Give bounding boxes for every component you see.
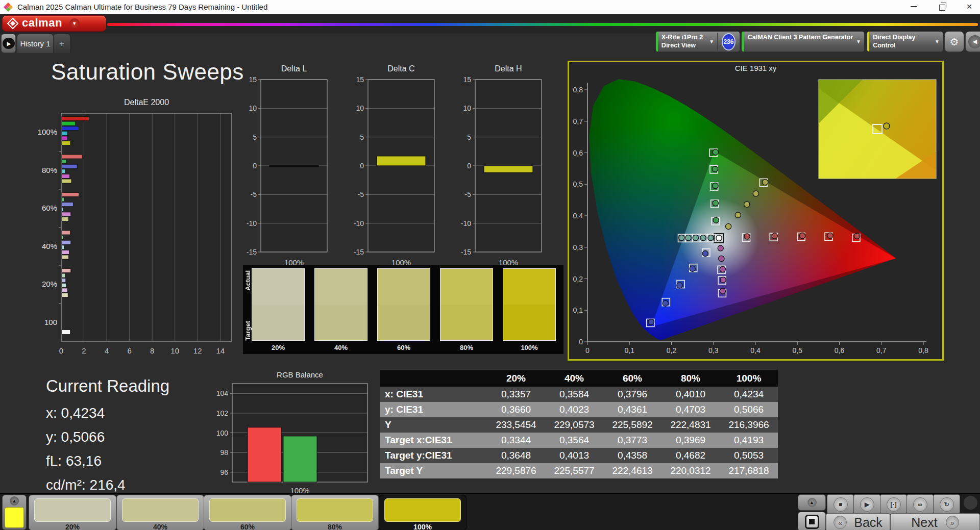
svg-text:14: 14 bbox=[216, 346, 225, 355]
bottom-bar: ▲ 20% 40% 60% 80% 100% ▲ ■▶[·]∞↻ « Back … bbox=[0, 493, 980, 530]
swatch-row-labels: Actual Target bbox=[243, 265, 252, 354]
delta-l-chart-svg: 151050-5-10-15100% bbox=[243, 75, 333, 271]
table-cell: 0,3796 bbox=[603, 387, 662, 402]
delta-c-chart-svg: 151050-5-10-15100% bbox=[351, 75, 440, 271]
saturation-level-button-80%[interactable]: 80% bbox=[291, 495, 379, 530]
level-swatch bbox=[297, 498, 373, 522]
swatch-column: 60% bbox=[377, 268, 430, 354]
svg-text:104: 104 bbox=[216, 389, 229, 397]
svg-text:0,5: 0,5 bbox=[793, 346, 803, 355]
close-button[interactable]: × bbox=[959, 1, 979, 12]
pattern-generator-dropdown[interactable]: CalMAN Client 3 Pattern Generator ▼ bbox=[741, 31, 865, 52]
table-row: Target Y229,5876225,5577222,4613220,0312… bbox=[380, 463, 778, 478]
svg-text:0: 0 bbox=[59, 346, 63, 355]
actual-swatch bbox=[503, 269, 555, 305]
table-cell: 0,3564 bbox=[545, 433, 603, 448]
expand-meter-button[interactable]: ▲ bbox=[798, 494, 826, 511]
single-measure-button[interactable]: [·] bbox=[880, 494, 907, 514]
table-cell: 0,5066 bbox=[720, 402, 778, 417]
delta-h-chart-svg: 151050-5-10-15100% bbox=[458, 75, 547, 271]
svg-text:15: 15 bbox=[356, 75, 364, 84]
svg-text:60%: 60% bbox=[42, 204, 57, 212]
svg-text:12: 12 bbox=[193, 346, 202, 355]
play-icon: ▶ bbox=[860, 497, 874, 512]
svg-text:0: 0 bbox=[579, 338, 583, 346]
tab-nav-button[interactable]: ▶ bbox=[1, 34, 16, 53]
stop-button[interactable]: ■ bbox=[827, 494, 854, 514]
table-cell: 0,4703 bbox=[662, 402, 720, 417]
svg-text:10: 10 bbox=[170, 346, 179, 355]
page-title: Saturation Sweeps bbox=[51, 59, 244, 85]
calman-menu-button[interactable]: calman ▼ bbox=[2, 15, 106, 32]
row-label: Target y:CIE31 bbox=[380, 448, 487, 463]
saturation-level-button-20%[interactable]: 20% bbox=[29, 495, 116, 530]
svg-text:100%: 100% bbox=[290, 486, 309, 494]
table-row: Target y:CIE310,36480,40130,43580,46820,… bbox=[380, 448, 778, 463]
svg-text:0,6: 0,6 bbox=[573, 149, 583, 157]
svg-text:100: 100 bbox=[44, 318, 57, 326]
restore-button[interactable] bbox=[933, 1, 953, 12]
loop-button[interactable]: ↻ bbox=[933, 494, 960, 514]
swatch-label: 40% bbox=[314, 344, 368, 351]
meter-labels: X-Rite i1Pro 2 Direct View bbox=[658, 32, 706, 52]
svg-text:96: 96 bbox=[220, 468, 228, 476]
gear-icon: ⚙ bbox=[950, 36, 959, 48]
row-label: x: CIE31 bbox=[380, 387, 487, 402]
level-label: 60% bbox=[204, 523, 291, 530]
delta-c-chart: Delta C 151050-5-10-15100% bbox=[351, 64, 440, 261]
target-swatch bbox=[315, 305, 367, 340]
swatch-column: 80% bbox=[440, 268, 493, 354]
table-cell: 229,0573 bbox=[545, 417, 603, 433]
next-chevron-icon: » bbox=[946, 516, 959, 529]
meter-count-badge[interactable]: 236 bbox=[722, 33, 736, 51]
display-control-dropdown[interactable]: Direct Display Control ▼ bbox=[867, 31, 943, 52]
svg-text:20%: 20% bbox=[42, 280, 57, 288]
svg-text:0,8: 0,8 bbox=[573, 86, 583, 94]
back-button[interactable]: « Back bbox=[826, 513, 890, 530]
meter-dropdown[interactable]: X-Rite i1Pro 2 Direct View ▼ 236 bbox=[655, 31, 740, 52]
swatch-label: 100% bbox=[503, 344, 556, 351]
swatch-label: 80% bbox=[440, 344, 493, 351]
saturation-level-button-40%[interactable]: 40% bbox=[116, 495, 204, 530]
delta-h-title: Delta H bbox=[475, 64, 542, 73]
column-header: 60% bbox=[603, 370, 662, 387]
chevron-left-icon: ◀ bbox=[968, 35, 980, 48]
continuous-button[interactable]: ∞ bbox=[906, 494, 934, 514]
table-cell: 0,4358 bbox=[603, 448, 662, 463]
delta-h-chart: Delta H 151050-5-10-15100% bbox=[458, 64, 547, 261]
stop-measure-button[interactable] bbox=[798, 512, 826, 530]
up-arrow-icon: ▲ bbox=[807, 498, 817, 507]
plus-icon: + bbox=[59, 39, 64, 49]
svg-text:6: 6 bbox=[127, 346, 131, 355]
window-title: Calman 2025 Calman Ultimate for Business… bbox=[17, 3, 267, 11]
tab-add-button[interactable]: + bbox=[53, 34, 70, 53]
next-label: Next bbox=[911, 515, 937, 530]
svg-text:0,4: 0,4 bbox=[573, 212, 583, 220]
svg-text:0,7: 0,7 bbox=[573, 117, 583, 125]
results-table: 20%40%60%80%100%x: CIE310,33570,35840,37… bbox=[380, 370, 778, 478]
collapse-panel-button[interactable]: ◀ bbox=[965, 31, 980, 52]
table-cell: 0,3773 bbox=[603, 433, 662, 448]
table-cell: 217,6818 bbox=[720, 463, 778, 478]
level-label: 100% bbox=[379, 523, 466, 530]
color-swatch bbox=[440, 268, 493, 341]
patch-window-button[interactable]: ▲ bbox=[2, 495, 27, 530]
next-button[interactable]: Next » bbox=[890, 513, 980, 530]
minimize-button[interactable] bbox=[903, 1, 924, 12]
tab-history-1[interactable]: History 1 bbox=[17, 34, 54, 53]
saturation-level-button-100%[interactable]: 100% bbox=[379, 495, 467, 530]
single-measure-icon: [·] bbox=[887, 497, 901, 512]
table-row: y: CIE310,36600,40230,43610,47030,5066 bbox=[380, 402, 778, 417]
play-button[interactable]: ▶ bbox=[853, 494, 880, 514]
svg-text:102: 102 bbox=[216, 409, 229, 417]
table-cell: 0,3969 bbox=[662, 433, 720, 448]
deltae-chart-title: DeltaE 2000 bbox=[61, 98, 232, 107]
settings-button[interactable]: ⚙ bbox=[944, 31, 964, 52]
svg-text:100: 100 bbox=[216, 429, 229, 437]
level-swatch bbox=[384, 498, 461, 522]
svg-text:2: 2 bbox=[82, 346, 86, 355]
saturation-level-button-60%[interactable]: 60% bbox=[204, 495, 291, 530]
svg-text:-5: -5 bbox=[358, 190, 364, 198]
status-indicator bbox=[964, 496, 977, 510]
svg-text:-10: -10 bbox=[461, 219, 471, 228]
